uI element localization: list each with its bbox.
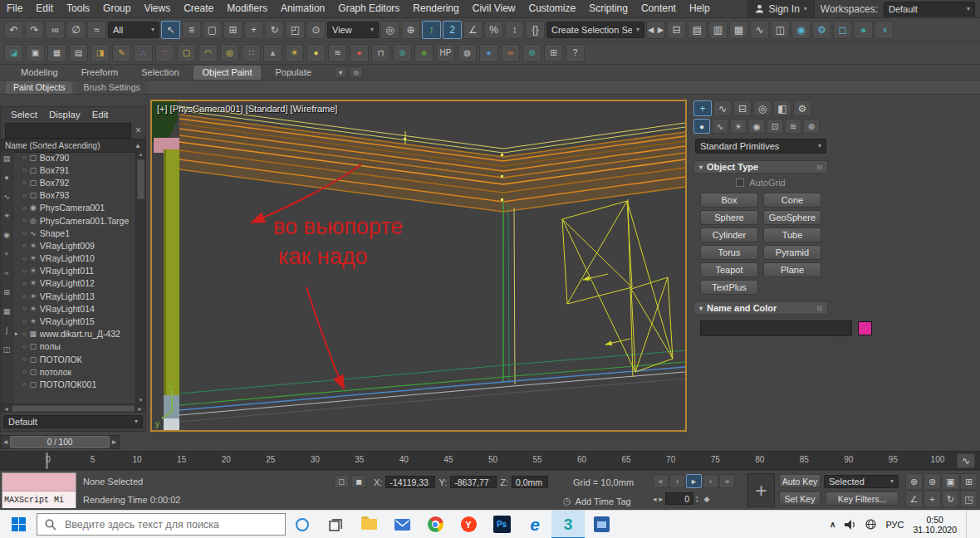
scatter-dots-icon[interactable]: ∷ bbox=[242, 44, 261, 62]
paint-dots-icon[interactable]: ∵ bbox=[155, 44, 174, 62]
object-type-button[interactable]: GeoSphere bbox=[763, 210, 821, 225]
selection-filter-dropdown[interactable]: All▾ bbox=[108, 22, 159, 38]
sign-in-button[interactable]: Sign In ▾ bbox=[747, 0, 814, 17]
scene-explorer-row[interactable]: ○ ▢ потолок bbox=[13, 365, 135, 378]
ribbon-tab[interactable]: Modeling bbox=[12, 66, 67, 80]
data-table-icon[interactable]: ▤ bbox=[69, 44, 88, 62]
sphere-gear-icon[interactable]: ⊕ bbox=[522, 44, 541, 62]
viewport-label[interactable]: [+] [PhysCamera001] [Standard] [Wirefram… bbox=[157, 104, 337, 114]
select-object-icon[interactable]: ↖ bbox=[161, 21, 180, 39]
container-icon[interactable]: ⊞ bbox=[544, 44, 563, 62]
help-icon[interactable]: ? bbox=[566, 44, 585, 62]
zoom-extents-icon[interactable]: ▣ bbox=[942, 473, 959, 490]
scroll-up-icon[interactable]: ▴ bbox=[140, 151, 143, 158]
task-view-button[interactable] bbox=[319, 511, 352, 538]
object-color-swatch[interactable] bbox=[858, 321, 872, 335]
create-tab-icon[interactable]: + bbox=[693, 100, 712, 116]
visibility-dot-icon[interactable]: ○ bbox=[22, 255, 27, 262]
angle-snap-icon[interactable]: ∠ bbox=[463, 21, 483, 39]
z-coordinate-field[interactable]: 0,0mm bbox=[512, 476, 548, 488]
volume-icon[interactable] bbox=[845, 520, 856, 530]
hierarchy-tab-icon[interactable]: ⊟ bbox=[733, 100, 752, 116]
scroll-right-icon[interactable]: ► bbox=[137, 406, 143, 412]
yandex-button[interactable]: Y bbox=[452, 511, 485, 538]
menu-item[interactable]: Rendering bbox=[406, 0, 465, 17]
visibility-dot-icon[interactable]: ○ bbox=[22, 192, 27, 199]
percent-snap-icon[interactable]: % bbox=[484, 21, 503, 39]
clear-search-icon[interactable]: × bbox=[135, 125, 141, 136]
scene-explorer-row[interactable]: ○ ☀ VRayLight014 bbox=[13, 302, 135, 315]
cameras-filter-icon[interactable]: ◉ bbox=[3, 232, 10, 239]
file-explorer-button[interactable] bbox=[352, 511, 385, 538]
maxscript-mini-listener[interactable]: MAXScript Mi bbox=[2, 472, 76, 508]
ribbon-tab[interactable]: Freeform bbox=[72, 66, 128, 80]
foliage-icon[interactable]: ♣ bbox=[414, 44, 434, 62]
visibility-dot-icon[interactable]: ○ bbox=[22, 355, 27, 363]
menu-item[interactable]: Edit bbox=[29, 0, 60, 17]
visibility-dot-icon[interactable]: ○ bbox=[22, 217, 27, 224]
menu-item[interactable]: Customize bbox=[522, 0, 583, 17]
channel-info-icon[interactable]: ▦ bbox=[47, 44, 66, 62]
3dsmax-taskbar-button[interactable]: 3 bbox=[551, 511, 585, 538]
scene-explorer-row[interactable]: ○ ▢ Box793 bbox=[13, 189, 135, 202]
time-forward-icon[interactable]: ► bbox=[110, 438, 119, 446]
time-slider-handle[interactable]: 0 / 100 bbox=[10, 436, 110, 448]
menu-item[interactable]: Animation bbox=[274, 0, 331, 17]
scrollbar-thumb[interactable] bbox=[12, 405, 135, 412]
track-bar[interactable]: 0510152025303540455055606570758085909510… bbox=[0, 451, 980, 470]
time-slider[interactable]: ◄ 0 / 100 ► bbox=[0, 435, 120, 449]
menu-item[interactable]: Group bbox=[96, 0, 137, 17]
paint-layers-icon[interactable]: ◨ bbox=[91, 44, 110, 62]
dome-shape-icon[interactable]: ◠ bbox=[198, 44, 218, 62]
helpers-category-icon[interactable]: ⊡ bbox=[767, 119, 783, 134]
tab-paint-objects[interactable]: Paint Objects bbox=[6, 81, 72, 94]
visibility-dot-icon[interactable]: ○ bbox=[22, 242, 27, 249]
reference-coordinate-dropdown[interactable]: View▾ bbox=[327, 22, 379, 38]
object-type-button[interactable]: Box bbox=[700, 193, 758, 208]
pan-icon[interactable]: + bbox=[924, 491, 941, 507]
material-editor-icon[interactable]: ◉ bbox=[791, 21, 811, 39]
toggle-layer-explorer-icon[interactable]: ▥ bbox=[708, 21, 728, 39]
scrollbar-thumb[interactable] bbox=[137, 159, 145, 199]
menu-item[interactable]: Help bbox=[683, 0, 717, 17]
mail-button[interactable] bbox=[385, 511, 419, 538]
visibility-dot-icon[interactable]: ○ bbox=[22, 343, 27, 350]
lights-filter-icon[interactable]: ☀ bbox=[3, 213, 10, 220]
rounded-rect-shape-icon[interactable]: ▢ bbox=[177, 44, 196, 62]
visibility-dot-icon[interactable]: ○ bbox=[22, 267, 27, 275]
select-and-rotate-icon[interactable]: ↻ bbox=[265, 21, 284, 39]
explorer-search-input[interactable] bbox=[5, 123, 131, 139]
y-coordinate-field[interactable]: -8637,77 bbox=[450, 476, 497, 488]
scroll-down-icon[interactable]: ▾ bbox=[140, 397, 143, 404]
remote-app-button[interactable] bbox=[585, 511, 618, 538]
auto-key-button[interactable]: Auto Key bbox=[779, 474, 821, 488]
render-production-icon[interactable]: ● bbox=[854, 21, 873, 39]
visibility-dot-icon[interactable]: ○ bbox=[22, 305, 27, 312]
undo-icon[interactable]: ↶ bbox=[4, 21, 23, 39]
geometry-filter-icon[interactable]: ● bbox=[4, 174, 8, 182]
photoshop-button[interactable]: Ps bbox=[485, 511, 518, 538]
key-filters-button[interactable]: Key Filters... bbox=[826, 492, 899, 506]
keyboard-shortcut-override-icon[interactable]: ↑ bbox=[422, 21, 441, 39]
visibility-dot-icon[interactable]: ○ bbox=[22, 154, 27, 161]
redo-icon[interactable]: ↷ bbox=[25, 21, 44, 39]
menu-item[interactable]: Tools bbox=[60, 0, 96, 17]
scroll-left-icon[interactable]: ◄ bbox=[3, 406, 9, 412]
sphere-shape-icon[interactable]: ● bbox=[306, 44, 326, 62]
menu-item[interactable]: Scripting bbox=[582, 0, 635, 17]
clock[interactable]: 0:50 31.10.2020 bbox=[913, 515, 957, 535]
named-selection-sets-icon[interactable]: {} bbox=[526, 21, 545, 39]
menu-item[interactable]: Content bbox=[635, 0, 683, 17]
go-to-end-button[interactable]: » bbox=[719, 474, 735, 488]
language-indicator[interactable]: РУС bbox=[885, 520, 904, 530]
object-type-button[interactable]: Teapot bbox=[700, 262, 758, 277]
previous-key-icon[interactable]: ◂ bbox=[653, 495, 657, 503]
select-by-name-icon[interactable]: ≡ bbox=[182, 21, 201, 39]
visibility-dot-icon[interactable]: ○ bbox=[22, 292, 27, 300]
utilities-tab-icon[interactable]: ⚙ bbox=[793, 100, 811, 116]
scene-explorer-row[interactable]: ○ ☀ VRayLight009 bbox=[13, 239, 135, 252]
start-button[interactable] bbox=[0, 511, 37, 538]
object-type-button[interactable]: Cylinder bbox=[700, 227, 758, 242]
scene-explorer-row[interactable]: ○ ▢ Box791 bbox=[13, 164, 135, 176]
rendered-frame-window-icon[interactable]: ◻ bbox=[833, 21, 852, 39]
